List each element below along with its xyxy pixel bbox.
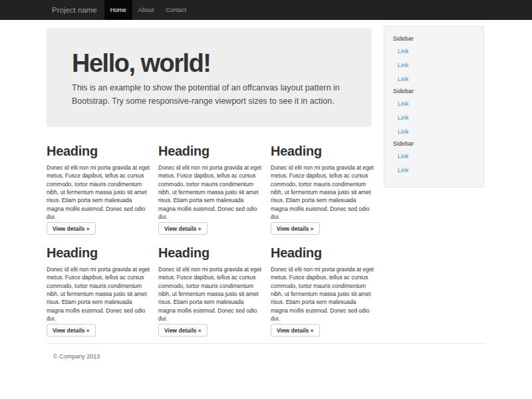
nav-item-home[interactable]: Home	[104, 0, 132, 20]
card-heading: Heading	[47, 246, 150, 260]
navbar: Project name HomeAboutContact	[0, 0, 532, 20]
sidebar-link-0-2[interactable]: Link	[392, 72, 475, 86]
view-details-button[interactable]: View details »	[158, 324, 207, 336]
view-details-button[interactable]: View details »	[47, 324, 96, 336]
card-body-text: Donec id elit non mi porta gravida at eg…	[271, 265, 374, 323]
card-heading: Heading	[158, 144, 262, 158]
sidebar-link-1-2[interactable]: Link	[392, 124, 475, 138]
view-details-button[interactable]: View details »	[271, 324, 320, 336]
view-details-button[interactable]: View details »	[158, 222, 207, 235]
content-card: HeadingDonec id elit non mi porta gravid…	[158, 246, 262, 336]
card-heading: Heading	[271, 246, 374, 260]
nav-item-contact[interactable]: Contact	[160, 0, 192, 20]
sidebar-link-1-1[interactable]: Link	[392, 110, 475, 124]
jumbotron-title: Hello, world!	[72, 50, 346, 76]
content-card: HeadingDonec id elit non mi porta gravid…	[47, 246, 150, 336]
sidebar-link-0-0[interactable]: Link	[392, 44, 475, 58]
view-details-button[interactable]: View details »	[271, 222, 320, 235]
content-card: HeadingDonec id elit non mi porta gravid…	[271, 246, 374, 336]
sidebar-group-header: Sidebar	[392, 86, 475, 96]
card-body-text: Donec id elit non mi porta gravida at eg…	[47, 164, 150, 221]
nav-item-about[interactable]: About	[132, 0, 160, 20]
sidebar-link-0-1[interactable]: Link	[392, 58, 475, 72]
card-body-text: Donec id elit non mi porta gravida at eg…	[158, 164, 262, 221]
content-card: HeadingDonec id elit non mi porta gravid…	[158, 144, 262, 235]
card-heading: Heading	[158, 246, 262, 260]
sidebar-group-header: Sidebar	[392, 33, 475, 44]
sidebar-link-2-0[interactable]: Link	[392, 149, 475, 163]
card-body-text: Donec id elit non mi porta gravida at eg…	[47, 265, 150, 323]
footer-copyright: © Company 2013	[53, 353, 100, 360]
footer-divider	[47, 343, 485, 344]
navbar-menu: HomeAboutContact	[104, 0, 193, 20]
card-body-text: Donec id elit non mi porta gravida at eg…	[271, 164, 374, 221]
content-card: HeadingDonec id elit non mi porta gravid…	[47, 144, 150, 235]
card-body-text: Donec id elit non mi porta gravida at eg…	[158, 265, 262, 323]
view-details-button[interactable]: View details »	[47, 222, 96, 235]
navbar-brand[interactable]: Project name	[46, 0, 103, 20]
card-heading: Heading	[47, 144, 150, 158]
sidebar: SidebarLinkLinkLinkSidebarLinkLinkLinkSi…	[384, 26, 484, 188]
content-card: HeadingDonec id elit non mi porta gravid…	[271, 144, 374, 235]
sidebar-link-1-0[interactable]: Link	[392, 96, 475, 110]
jumbotron-description: This is an example to show the potential…	[72, 81, 346, 108]
sidebar-link-2-1[interactable]: Link	[392, 163, 475, 177]
card-heading: Heading	[271, 144, 374, 158]
sidebar-group-header: Sidebar	[392, 138, 475, 149]
jumbotron: Hello, world! This is an example to show…	[47, 28, 372, 127]
